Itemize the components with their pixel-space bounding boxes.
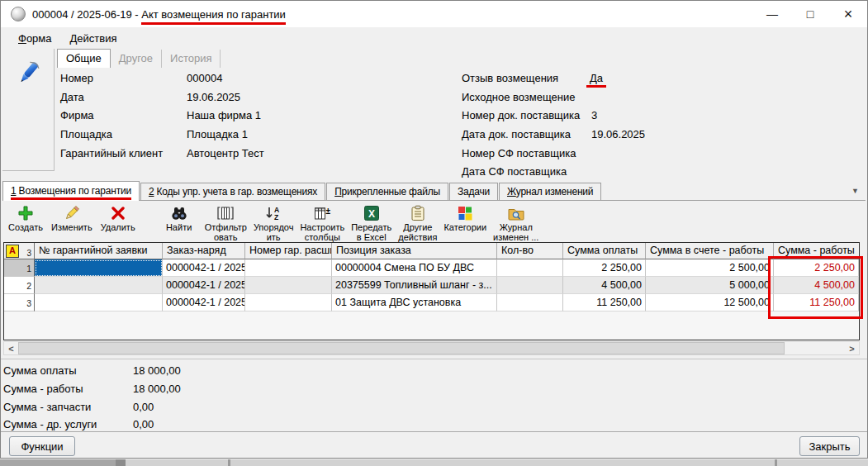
- col-header-kolvo[interactable]: Кол-во: [497, 243, 563, 259]
- cell-r1-poziciya[interactable]: 00000004 Смена ПО БУ ДВС: [332, 259, 497, 277]
- field-data-value[interactable]: 19.06.2025: [187, 91, 240, 103]
- scroll-right-arrow-icon[interactable]: >: [845, 342, 859, 354]
- menu-dejstviya-rest: ействия: [77, 32, 116, 45]
- delete-button[interactable]: Удалить: [97, 202, 140, 233]
- col-header-summa-oplaty[interactable]: Сумма оплаты: [563, 243, 646, 259]
- add-icon: [17, 203, 34, 222]
- cell-r3-summa-v-schete[interactable]: 12 500,00: [646, 294, 774, 311]
- cell-r3-kolvo[interactable]: [497, 294, 563, 311]
- create-button[interactable]: Создать: [4, 202, 47, 233]
- form-tab-obschie[interactable]: Общие: [57, 49, 111, 68]
- tab5-key: Ж: [507, 186, 516, 197]
- changelog-button[interactable]: Журнал изменен ...: [491, 202, 541, 243]
- row-header-3[interactable]: 3: [4, 294, 35, 311]
- field-firma-value[interactable]: Наша фирма 1: [187, 109, 261, 121]
- summary-summa-raboty-value: 18 000,00: [133, 383, 181, 395]
- cell-r3-zayavka[interactable]: [35, 294, 163, 311]
- find-button[interactable]: Найти: [158, 202, 201, 233]
- filter-button[interactable]: Отфильтр овать: [202, 202, 249, 243]
- cell-r3-zakaz[interactable]: 0000042-1 / 2025...: [163, 294, 245, 311]
- background-window-divider: [116, 459, 126, 466]
- tab-overflow-arrow-icon[interactable]: ▼: [851, 187, 859, 195]
- blue-pen-icon: [12, 55, 45, 92]
- cell-r3-summa-oplaty[interactable]: 11 250,00: [563, 294, 646, 311]
- col-header-summa-raboty[interactable]: Сумма - работы: [774, 243, 859, 259]
- tab2-rest: Коды упр. учета в гар. возмещениях: [154, 186, 317, 197]
- col-header-poziciya[interactable]: Позиция заказа: [332, 243, 497, 259]
- minimize-button[interactable]: —: [753, 1, 791, 27]
- cell-r1-nomer-gar[interactable]: [245, 259, 332, 277]
- tab-vozmescheniya-po-garantii[interactable]: 1 Возмещения по гарантии: [2, 181, 140, 201]
- cell-r2-summa-oplaty[interactable]: 4 500,00: [563, 277, 646, 294]
- tab1-rest: Возмещения по гарантии: [16, 185, 130, 197]
- form-tab-istoriya[interactable]: История: [162, 50, 221, 68]
- tab-zadachi[interactable]: Задачи: [449, 183, 498, 200]
- edit-button[interactable]: Изменить: [49, 202, 95, 233]
- cell-r1-kolvo[interactable]: [497, 259, 563, 277]
- cell-r1-summa-raboty[interactable]: 2 250,00: [774, 259, 859, 277]
- cell-r2-zakaz[interactable]: 0000042-1 / 2025...: [163, 277, 245, 294]
- field-garantiyny-klient-value[interactable]: Автоцентр Тест: [187, 147, 264, 159]
- tab4-rest: Задачи: [458, 186, 490, 197]
- cell-r3-summa-raboty[interactable]: 11 250,00: [774, 294, 859, 311]
- close-window-button[interactable]: ×: [829, 1, 867, 27]
- export-excel-button[interactable]: X Передать в Excel: [349, 202, 394, 243]
- edit-pencil-icon: [64, 203, 80, 222]
- excel-icon: X: [363, 203, 380, 222]
- scroll-left-arrow-icon[interactable]: <: [4, 342, 18, 354]
- cell-r3-poziciya[interactable]: 01 Защита ДВС установка: [332, 294, 497, 311]
- configure-columns-button[interactable]: ± Настроить столбцы: [297, 202, 347, 243]
- col-header-summa-v-schete[interactable]: Сумма в счете - работы: [646, 243, 774, 259]
- form-tab-drugoe[interactable]: Другое: [111, 50, 162, 68]
- binoculars-icon: [170, 203, 188, 222]
- cell-r2-summa-raboty[interactable]: 4 500,00: [774, 277, 859, 294]
- field-nomer-value[interactable]: 000004: [187, 72, 222, 84]
- menu-dejstviya[interactable]: Действия: [61, 30, 126, 47]
- changelog-folder-icon: [507, 203, 525, 222]
- field-nomer-dok-value[interactable]: 3: [591, 109, 597, 121]
- menu-forma-rest: орма: [26, 32, 52, 45]
- field-ishodnoe-vozmeschenie: Исходное возмещение: [462, 91, 858, 106]
- tab-zhurnal-izmenenij[interactable]: Журнал изменений: [499, 183, 601, 200]
- row-header-1[interactable]: 1: [4, 259, 35, 277]
- tab-prikreplennye-fajly[interactable]: Прикрепленные файлы: [326, 183, 448, 200]
- cell-r2-kolvo[interactable]: [497, 277, 563, 294]
- maximize-button[interactable]: □: [791, 1, 829, 27]
- cell-r1-summa-v-schete[interactable]: 2 500,00: [646, 259, 774, 277]
- table-corner-cell[interactable]: А 3: [4, 243, 35, 259]
- cell-r1-zayavka[interactable]: [35, 259, 163, 277]
- col-header-zayavka[interactable]: № гарантийной заявки: [35, 243, 163, 259]
- categories-button[interactable]: Категории: [441, 202, 489, 233]
- delete-label: Удалить: [101, 222, 135, 232]
- summary-summa-zapchasti-label: Сумма - запчасти: [3, 401, 91, 413]
- window-controls: — □ ×: [753, 1, 867, 27]
- cell-r1-zakaz[interactable]: 0000042-1 / 2025...: [163, 259, 245, 277]
- col-header-zakaz-naryad[interactable]: Заказ-наряд: [163, 243, 245, 259]
- cell-r2-summa-v-schete[interactable]: 5 000,00: [646, 277, 774, 294]
- functions-button[interactable]: Функции: [9, 436, 75, 456]
- field-ploschadka-value[interactable]: Площадка 1: [187, 128, 248, 140]
- cell-r3-nomer-gar[interactable]: [245, 294, 332, 311]
- cell-r2-nomer-gar[interactable]: [245, 277, 332, 294]
- cell-r1-summa-oplaty[interactable]: 2 250,00: [563, 259, 646, 277]
- col-header-nomer-gar[interactable]: Номер гар. расши..: [245, 243, 332, 259]
- table-row-count: 3: [26, 249, 31, 258]
- row-header-2[interactable]: 2: [4, 277, 35, 294]
- scrollbar-thumb[interactable]: [18, 342, 785, 354]
- field-data-sf-postavschika: Дата СФ поставщика: [462, 165, 858, 180]
- field-otzyv-value[interactable]: Да: [586, 72, 606, 88]
- field-data-sf-label: Дата СФ поставщика: [462, 165, 567, 178]
- edit-label: Изменить: [51, 222, 92, 232]
- menu-forma[interactable]: Форма: [9, 30, 61, 47]
- tab3-rest: рикрепленные файлы: [342, 186, 440, 197]
- field-data-dok-value[interactable]: 19.06.2025: [591, 128, 645, 140]
- sort-button[interactable]: AZ Упорядоч ить: [251, 202, 296, 243]
- horizontal-scrollbar[interactable]: < >: [3, 341, 860, 355]
- tab-kody-upr-ucheta[interactable]: 2 Коды упр. учета в гар. возмещениях: [140, 183, 325, 200]
- other-actions-button[interactable]: Другие действия: [396, 202, 439, 243]
- find-label: Найти: [166, 222, 192, 232]
- field-otzyv-label: Отзыв возмещения: [462, 72, 558, 84]
- close-button[interactable]: Закрыть: [799, 436, 860, 456]
- cell-r2-poziciya[interactable]: 20375599 Топливный шланг - з...: [332, 277, 497, 294]
- cell-r2-zayavka[interactable]: [35, 277, 163, 294]
